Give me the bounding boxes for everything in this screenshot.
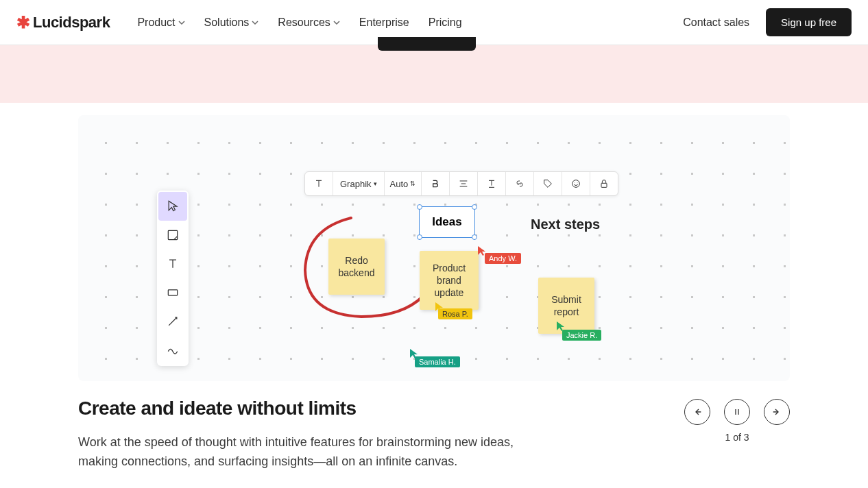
underline-button[interactable] <box>478 172 506 195</box>
sticky-text: Product brand update <box>425 262 473 300</box>
select-tool[interactable] <box>158 192 187 221</box>
bold-icon <box>430 178 441 189</box>
align-icon <box>458 178 469 189</box>
canvas[interactable]: Graphik▾ Auto⇅ <box>78 115 790 381</box>
logo[interactable]: ✱ Lucidspark <box>16 13 110 32</box>
nav-label: Solutions <box>204 16 250 29</box>
nav-label: Product <box>137 16 175 29</box>
line-tool[interactable] <box>158 307 187 336</box>
link-button[interactable] <box>506 172 534 195</box>
hero-cta-partial[interactable] <box>378 37 476 51</box>
main-nav: Product Solutions Resources Enterprise P… <box>137 16 461 29</box>
ideas-text-box[interactable]: Ideas <box>419 206 475 238</box>
logo-text: Lucidspark <box>33 14 110 32</box>
user-cursor-label: Andy W. <box>485 253 521 264</box>
align-button[interactable] <box>450 172 478 195</box>
nav-product[interactable]: Product <box>137 16 184 29</box>
carousel-controls: 1 of 3 <box>684 399 790 443</box>
nav-label: Resources <box>278 16 330 29</box>
signup-button[interactable]: Sign up free <box>766 8 852 36</box>
chevron-down-icon <box>252 19 258 26</box>
cursor-icon <box>166 199 180 213</box>
resize-handle[interactable] <box>472 204 477 210</box>
sticky-text: Redo backend <box>334 254 379 279</box>
svg-point-2 <box>572 180 580 188</box>
pause-icon <box>732 406 743 417</box>
size-select[interactable]: Auto⇅ <box>385 172 422 195</box>
svg-rect-3 <box>601 183 607 187</box>
spark-icon: ✱ <box>16 13 30 32</box>
text-tool[interactable] <box>158 249 187 278</box>
carousel-pause-button[interactable] <box>724 399 750 425</box>
nav-pricing[interactable]: Pricing <box>429 16 462 29</box>
sticky-note[interactable]: Submit report <box>538 278 594 334</box>
chevron-down-icon <box>178 19 185 26</box>
line-icon <box>166 315 180 328</box>
text-icon <box>166 257 180 271</box>
section-title: Create and ideate without limits <box>78 398 790 419</box>
resize-handle[interactable] <box>417 204 422 210</box>
text-icon <box>313 178 324 189</box>
header-right: Contact sales Sign up free <box>683 8 852 36</box>
carousel-prev-button[interactable] <box>684 399 710 425</box>
underline-icon <box>486 178 497 189</box>
lock-button[interactable] <box>590 172 618 195</box>
next-steps-text[interactable]: Next steps <box>531 217 600 232</box>
rectangle-icon <box>166 286 180 300</box>
freehand-icon <box>166 343 180 357</box>
sticky-text: Submit report <box>544 293 589 318</box>
resize-handle[interactable] <box>417 234 422 240</box>
lock-icon <box>599 178 610 189</box>
emoji-icon <box>570 178 581 189</box>
tag-button[interactable] <box>534 172 562 195</box>
link-icon <box>514 178 525 189</box>
sticky-note[interactable]: Redo backend <box>328 239 385 295</box>
freehand-tool[interactable] <box>158 336 187 365</box>
feature-section: Create and ideate without limits Work at… <box>0 381 868 472</box>
bold-button[interactable] <box>422 172 450 195</box>
canvas-container: Graphik▾ Auto⇅ <box>0 103 868 381</box>
text-toolbar: Graphik▾ Auto⇅ <box>304 171 618 196</box>
sticky-icon <box>166 228 180 242</box>
sticky-tool[interactable] <box>158 221 187 249</box>
svg-rect-0 <box>168 230 177 239</box>
arrow-left-icon <box>692 406 703 417</box>
user-cursor-label: Samalia H. <box>415 356 460 367</box>
left-toolbar <box>157 191 189 366</box>
contact-sales-link[interactable]: Contact sales <box>683 16 749 29</box>
chevron-down-icon <box>333 19 340 26</box>
ideas-label: Ideas <box>432 215 461 229</box>
user-cursor-label: Rosa P. <box>438 308 472 319</box>
arrow-right-icon <box>771 406 782 417</box>
font-label: Graphik <box>340 179 372 189</box>
sticky-note[interactable]: Product brand update <box>420 251 479 310</box>
nav-label: Enterprise <box>359 16 409 29</box>
svg-rect-1 <box>168 290 177 295</box>
shape-tool[interactable] <box>158 278 187 307</box>
carousel-next-button[interactable] <box>764 399 790 425</box>
tag-icon <box>542 178 553 189</box>
nav-resources[interactable]: Resources <box>278 16 339 29</box>
resize-handle[interactable] <box>472 234 477 240</box>
nav-solutions[interactable]: Solutions <box>204 16 259 29</box>
user-cursor-label: Jackie R. <box>562 330 601 341</box>
hero-band <box>0 45 868 103</box>
font-select[interactable]: Graphik▾ <box>333 172 385 195</box>
nav-enterprise[interactable]: Enterprise <box>359 16 409 29</box>
nav-label: Pricing <box>429 16 462 29</box>
carousel-page-indicator: 1 of 3 <box>725 432 749 443</box>
section-body: Work at the speed of thought with intuit… <box>78 433 538 472</box>
size-label: Auto <box>390 179 409 189</box>
emoji-button[interactable] <box>562 172 590 195</box>
text-type-button[interactable] <box>305 172 333 195</box>
